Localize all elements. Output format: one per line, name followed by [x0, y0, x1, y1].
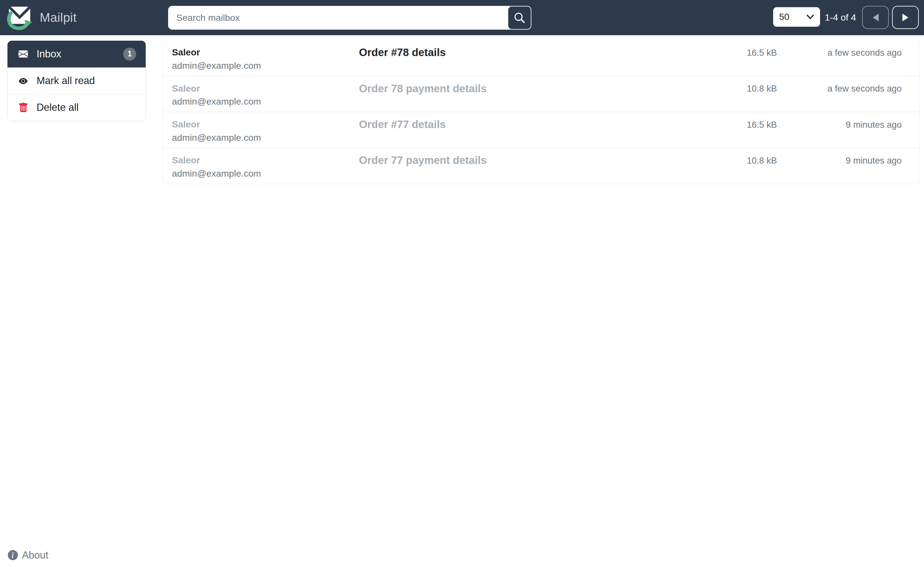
mailpit-app: Mailpit 50 1-4 of 4 — [0, 0, 924, 567]
previous-page-button[interactable] — [862, 6, 889, 29]
message-row[interactable]: Saleor admin@example.com Order #77 detai… — [163, 112, 920, 148]
message-sender: Saleor — [172, 154, 359, 166]
magnifier-icon — [514, 12, 525, 24]
message-from-block: Saleor admin@example.com — [172, 46, 359, 76]
search-form — [168, 6, 531, 30]
message-size: 10.8 kB — [706, 154, 777, 184]
search-button[interactable] — [508, 6, 531, 30]
unread-count-badge: 1 — [123, 48, 136, 61]
message-sender-email: admin@example.com — [172, 168, 359, 179]
pagination-range: 1-4 of 4 — [825, 0, 856, 35]
trash-icon — [17, 102, 29, 113]
next-page-button[interactable] — [892, 6, 919, 29]
info-circle-icon — [8, 550, 18, 560]
sidebar-item-mark-all-read[interactable]: Mark all read — [8, 68, 146, 94]
triangle-left-icon — [872, 13, 880, 22]
delete-all-label: Delete all — [36, 102, 78, 113]
message-from-block: Saleor admin@example.com — [172, 82, 359, 112]
message-sender: Saleor — [172, 118, 359, 130]
message-list: Saleor admin@example.com Order #78 detai… — [162, 40, 920, 184]
message-subject: Order 77 payment details — [359, 154, 706, 184]
message-size: 16.5 kB — [706, 46, 777, 76]
message-subject: Order #78 details — [359, 46, 706, 76]
brand-title: Mailpit — [40, 10, 76, 25]
message-timestamp: a few seconds ago — [777, 46, 902, 76]
message-sender-email: admin@example.com — [172, 96, 359, 107]
message-row[interactable]: Saleor admin@example.com Order 77 paymen… — [163, 148, 920, 184]
sidebar-item-inbox[interactable]: Inbox 1 — [8, 41, 146, 68]
message-row[interactable]: Saleor admin@example.com Order 78 paymen… — [163, 76, 920, 112]
chevron-down-icon — [806, 14, 814, 20]
message-subject: Order 78 payment details — [359, 82, 706, 112]
message-size: 10.8 kB — [706, 82, 777, 112]
about-label: About — [22, 549, 48, 561]
message-timestamp: 9 minutes ago — [777, 154, 902, 184]
message-timestamp: a few seconds ago — [777, 82, 902, 112]
mailpit-logo-icon — [6, 5, 33, 30]
about-link[interactable]: About — [8, 549, 48, 561]
brand-home-link[interactable]: Mailpit — [6, 5, 76, 30]
message-row[interactable]: Saleor admin@example.com Order #78 detai… — [163, 40, 920, 76]
envelope-icon — [17, 49, 29, 58]
message-from-block: Saleor admin@example.com — [172, 154, 359, 184]
message-size: 16.5 kB — [706, 118, 777, 148]
message-subject: Order #77 details — [359, 118, 706, 148]
sidebar-inbox-label: Inbox — [36, 48, 61, 60]
eye-icon — [17, 76, 29, 86]
per-page-select[interactable]: 50 — [773, 7, 820, 27]
message-sender: Saleor — [172, 82, 359, 94]
sidebar-item-delete-all[interactable]: Delete all — [8, 94, 146, 121]
mark-all-read-label: Mark all read — [36, 75, 95, 87]
sidebar: Inbox 1 Mark all read Delete all — [7, 40, 146, 121]
message-sender: Saleor — [172, 46, 359, 58]
per-page-value: 50 — [779, 11, 789, 22]
triangle-right-icon — [902, 13, 909, 22]
search-input[interactable] — [168, 6, 510, 30]
top-navbar: Mailpit 50 1-4 of 4 — [0, 0, 924, 35]
message-sender-email: admin@example.com — [172, 60, 359, 71]
message-timestamp: 9 minutes ago — [777, 118, 902, 148]
message-sender-email: admin@example.com — [172, 132, 359, 143]
message-from-block: Saleor admin@example.com — [172, 118, 359, 148]
